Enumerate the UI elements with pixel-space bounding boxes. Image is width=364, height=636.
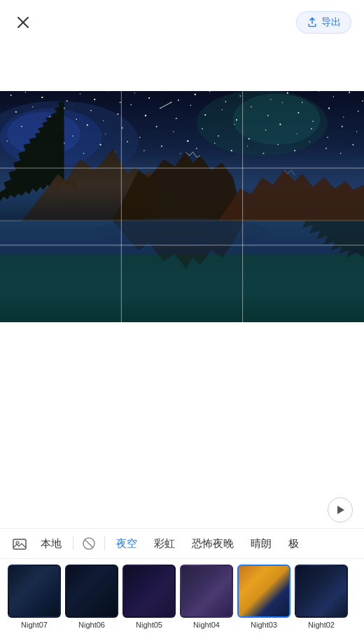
thumbnail-night02[interactable]: Night02 bbox=[293, 565, 350, 629]
svg-point-55 bbox=[343, 116, 344, 117]
svg-point-99 bbox=[340, 153, 341, 153]
close-button[interactable] bbox=[13, 12, 34, 33]
export-label: 导出 bbox=[321, 16, 341, 29]
svg-point-7 bbox=[233, 94, 321, 145]
svg-point-38 bbox=[90, 110, 92, 111]
white-space-bottom bbox=[0, 322, 364, 497]
svg-marker-119 bbox=[337, 506, 344, 514]
svg-point-57 bbox=[21, 126, 22, 127]
svg-point-95 bbox=[278, 144, 279, 145]
svg-point-17 bbox=[134, 92, 135, 93]
svg-point-63 bbox=[122, 127, 123, 129]
play-button[interactable] bbox=[328, 497, 353, 523]
svg-point-42 bbox=[145, 115, 146, 116]
svg-point-52 bbox=[298, 112, 299, 113]
thumb-img-night05 bbox=[122, 565, 176, 618]
photo-scene bbox=[0, 91, 364, 322]
svg-point-67 bbox=[187, 140, 188, 141]
tab-divider-2 bbox=[104, 537, 105, 551]
local-icon bbox=[12, 536, 27, 551]
svg-point-96 bbox=[294, 150, 295, 151]
svg-point-33 bbox=[15, 111, 17, 113]
thumbnail-night06[interactable]: Night06 bbox=[63, 565, 120, 629]
svg-point-65 bbox=[156, 126, 158, 127]
thumb-img-night02 bbox=[295, 565, 348, 618]
thumbnail-night04[interactable]: Night04 bbox=[178, 565, 235, 629]
svg-point-98 bbox=[326, 148, 327, 149]
svg-point-22 bbox=[209, 91, 210, 92]
svg-point-100 bbox=[352, 144, 354, 146]
thumb-label-night07: Night07 bbox=[21, 621, 48, 629]
svg-point-87 bbox=[144, 150, 144, 151]
thumb-label-night05: Night05 bbox=[136, 621, 162, 629]
tab-night-sky[interactable]: 夜空 bbox=[108, 528, 146, 559]
svg-point-39 bbox=[103, 120, 104, 121]
svg-point-37 bbox=[76, 118, 76, 119]
svg-point-76 bbox=[327, 137, 328, 137]
svg-point-61 bbox=[87, 124, 88, 125]
svg-point-64 bbox=[139, 137, 140, 137]
thumb-img-night07 bbox=[8, 565, 61, 618]
play-icon bbox=[335, 505, 345, 515]
svg-line-123 bbox=[85, 539, 93, 548]
svg-point-69 bbox=[218, 135, 219, 137]
thumbnail-night05[interactable]: Night05 bbox=[120, 565, 178, 629]
svg-point-26 bbox=[270, 99, 271, 99]
svg-point-102 bbox=[171, 102, 172, 103]
tab-divider bbox=[73, 537, 74, 551]
svg-point-34 bbox=[32, 106, 33, 107]
export-button[interactable]: 导出 bbox=[296, 11, 351, 34]
tab-rainbow[interactable]: 彩虹 bbox=[146, 528, 183, 559]
svg-rect-105 bbox=[0, 254, 364, 322]
svg-point-62 bbox=[105, 133, 106, 134]
export-icon bbox=[307, 17, 318, 28]
local-tab-button[interactable] bbox=[7, 531, 32, 556]
svg-point-28 bbox=[302, 102, 302, 103]
filter-tabs: 本地 夜空 彩虹 恐怖夜晚 晴朗 极 bbox=[0, 528, 364, 559]
tab-clear[interactable]: 晴朗 bbox=[242, 528, 280, 559]
svg-point-60 bbox=[72, 135, 73, 136]
svg-point-50 bbox=[267, 115, 269, 116]
svg-point-53 bbox=[312, 121, 313, 122]
svg-point-18 bbox=[148, 97, 150, 99]
svg-point-89 bbox=[180, 153, 181, 153]
svg-point-12 bbox=[66, 100, 68, 102]
svg-point-77 bbox=[342, 126, 343, 127]
svg-point-72 bbox=[265, 130, 266, 130]
svg-point-8 bbox=[10, 95, 12, 96]
svg-point-84 bbox=[99, 144, 101, 146]
thumb-label-night04: Night04 bbox=[193, 621, 220, 629]
svg-point-70 bbox=[234, 124, 234, 125]
thumbnail-night03[interactable]: Night03 bbox=[235, 565, 293, 629]
thumbnail-strip: Night07 Night06 Night05 Night04 Night03 … bbox=[0, 559, 364, 636]
white-space-top bbox=[0, 42, 364, 91]
svg-point-46 bbox=[204, 114, 206, 116]
tab-extreme[interactable]: 极 bbox=[280, 528, 307, 559]
svg-point-21 bbox=[195, 94, 196, 95]
svg-point-88 bbox=[161, 146, 162, 147]
svg-point-68 bbox=[202, 128, 202, 129]
tab-horror-night[interactable]: 恐怖夜晚 bbox=[183, 528, 242, 559]
thumbnail-night07[interactable]: Night07 bbox=[6, 565, 63, 629]
svg-point-24 bbox=[239, 95, 240, 96]
svg-point-31 bbox=[349, 92, 350, 93]
svg-point-30 bbox=[333, 96, 334, 97]
tab-local-label[interactable]: 本地 bbox=[32, 528, 70, 559]
svg-point-94 bbox=[263, 153, 265, 154]
no-filter-button[interactable] bbox=[76, 531, 102, 556]
thumb-img-night06 bbox=[65, 565, 118, 618]
svg-point-56 bbox=[358, 111, 359, 112]
svg-point-121 bbox=[16, 541, 19, 544]
svg-point-16 bbox=[120, 102, 121, 103]
svg-point-54 bbox=[328, 108, 330, 109]
svg-point-44 bbox=[176, 118, 177, 119]
svg-point-97 bbox=[309, 141, 309, 142]
svg-rect-120 bbox=[13, 539, 26, 549]
top-bar: 导出 bbox=[0, 0, 364, 42]
app-container: 导出 bbox=[0, 0, 364, 636]
svg-point-41 bbox=[130, 104, 131, 105]
svg-point-93 bbox=[247, 146, 248, 146]
svg-point-86 bbox=[127, 141, 128, 143]
svg-point-10 bbox=[41, 97, 43, 98]
svg-point-66 bbox=[173, 131, 174, 132]
